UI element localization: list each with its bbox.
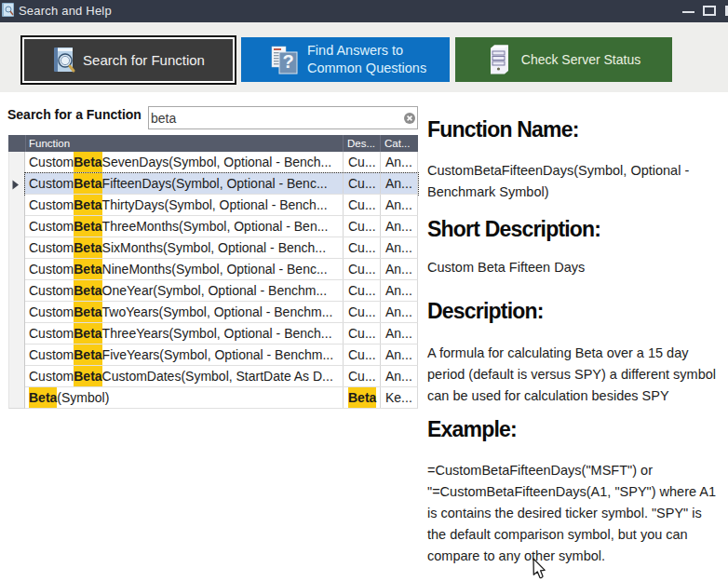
svg-text:?: ?	[282, 51, 293, 72]
